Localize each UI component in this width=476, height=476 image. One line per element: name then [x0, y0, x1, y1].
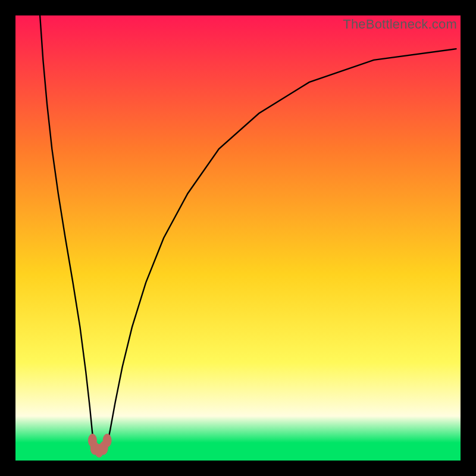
curves-layer	[15, 15, 461, 461]
curve-right-branch	[107, 49, 456, 447]
valley-markers	[88, 434, 111, 457]
chart-frame: TheBottleneck.com	[0, 0, 476, 476]
marker-valley-right-top	[103, 434, 111, 447]
curve-left-branch	[40, 15, 95, 447]
watermark-text: TheBottleneck.com	[343, 17, 457, 32]
plot-area: TheBottleneck.com	[15, 15, 461, 461]
